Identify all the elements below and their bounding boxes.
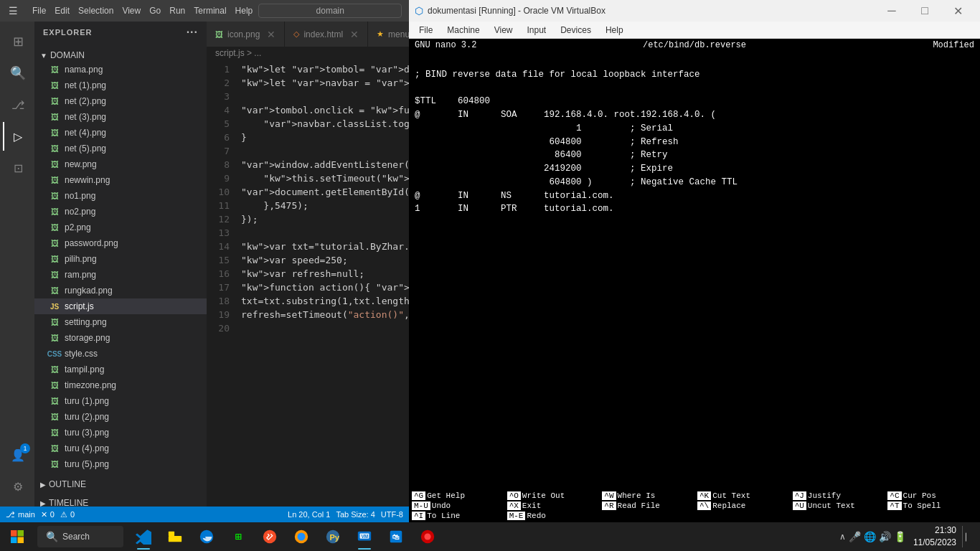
nano-shortcut-item[interactable]: ^\Replace bbox=[694, 501, 790, 511]
vscode-menu-file[interactable]: File bbox=[32, 6, 46, 16]
status-git[interactable]: ⎇ main bbox=[6, 510, 35, 519]
sidebar-file-item[interactable]: 🖼turu (5).png bbox=[34, 456, 207, 472]
vbox-minimize-btn[interactable]: ─ bbox=[875, 0, 908, 22]
sidebar-file-item[interactable]: 🖼timezone.png bbox=[34, 377, 207, 393]
sidebar-file-item[interactable]: 🖼nama.png bbox=[34, 62, 207, 77]
tab-menu[interactable]: ★ menu... ✕ bbox=[368, 22, 409, 47]
tab-index-html[interactable]: ◇ index.html ✕ bbox=[285, 22, 368, 47]
sidebar-file-item[interactable]: CSSstyle.css bbox=[34, 346, 207, 362]
activity-explorer[interactable]: ⊞ bbox=[3, 27, 32, 56]
status-position[interactable]: Ln 20, Col 1 bbox=[288, 510, 330, 519]
vscode-title-search[interactable]: domain bbox=[258, 4, 402, 18]
system-clock[interactable]: 21:30 11/05/2023 bbox=[913, 524, 956, 549]
tab-close-icon-html[interactable]: ✕ bbox=[350, 29, 359, 40]
activity-search[interactable]: 🔍 bbox=[3, 59, 32, 88]
sidebar-file-item[interactable]: 🖼newwin.png bbox=[34, 172, 207, 188]
vscode-menu-run[interactable]: Run bbox=[169, 6, 185, 16]
sidebar-file-item[interactable]: 🖼password.png bbox=[34, 235, 207, 251]
sidebar-file-item[interactable]: 🖼net (4).png bbox=[34, 125, 207, 141]
volume-icon[interactable]: 🔊 bbox=[879, 531, 891, 542]
vscode-menu-view[interactable]: View bbox=[122, 6, 141, 16]
activity-accounts[interactable]: 👤 1 bbox=[3, 441, 32, 469]
sidebar-more-btn[interactable]: ··· bbox=[187, 26, 198, 39]
vbox-menu-view[interactable]: View bbox=[487, 22, 520, 39]
taskbar-app-vbox[interactable]: VM bbox=[350, 522, 379, 551]
status-errors[interactable]: ✕ 0 ⚠ 0 bbox=[41, 510, 75, 519]
taskbar-app-vscode[interactable] bbox=[129, 522, 158, 551]
activity-git[interactable]: ⎇ bbox=[3, 90, 32, 119]
nano-shortcut-item[interactable]: M-UUndo bbox=[409, 501, 504, 511]
vbox-menu-devices[interactable]: Devices bbox=[553, 22, 598, 39]
chevron-up-icon[interactable]: ∧ bbox=[839, 532, 846, 542]
nano-shortcut-item[interactable]: ^CCur Pos bbox=[885, 491, 980, 501]
nano-shortcut-item[interactable]: ^ITo Line bbox=[409, 511, 504, 521]
vbox-menu-file[interactable]: File bbox=[412, 22, 440, 39]
sidebar-file-item[interactable]: 🖼no1.png bbox=[34, 188, 207, 204]
nano-shortcut-item[interactable]: ^RRead File bbox=[599, 501, 694, 511]
show-desktop-btn[interactable]: ▏ bbox=[962, 526, 974, 547]
taskbar-app-git[interactable] bbox=[255, 522, 284, 551]
nano-shortcut-item[interactable]: ^TTo Spell bbox=[885, 501, 980, 511]
code-editor[interactable]: 1234567891011121314151617181920 "kw">let… bbox=[207, 60, 409, 507]
vbox-close-btn[interactable]: ✕ bbox=[941, 0, 974, 22]
network-icon[interactable]: 🌐 bbox=[864, 531, 876, 542]
sidebar-file-item[interactable]: 🖼turu (2).png bbox=[34, 409, 207, 425]
sidebar-file-item[interactable]: 🖼p2.png bbox=[34, 220, 207, 235]
sidebar-file-item[interactable]: 🖼new.png bbox=[34, 156, 207, 172]
taskbar-app-edge[interactable] bbox=[192, 522, 221, 551]
sidebar-file-item[interactable]: 🖼ram.png bbox=[34, 267, 207, 283]
sidebar-file-item[interactable]: 🖼net (1).png bbox=[34, 77, 207, 93]
sidebar-file-item[interactable]: 🖼storage.png bbox=[34, 330, 207, 346]
vscode-menu-help[interactable]: Help bbox=[235, 6, 253, 16]
nano-shortcut-item[interactable]: ^KCut Text bbox=[694, 491, 790, 501]
taskbar-app-explorer[interactable] bbox=[161, 522, 189, 551]
vbox-menu-input[interactable]: Input bbox=[520, 22, 554, 39]
mic-icon[interactable]: 🎤 bbox=[849, 531, 861, 542]
sidebar-file-item[interactable]: 🖼turu (4).png bbox=[34, 441, 207, 456]
taskbar-app-red[interactable] bbox=[413, 522, 442, 551]
vscode-menu-terminal[interactable]: Terminal bbox=[194, 6, 226, 16]
taskbar-app-store[interactable]: 🛍 bbox=[382, 522, 410, 551]
vscode-menu-edit[interactable]: Edit bbox=[55, 6, 70, 16]
vbox-menu-help[interactable]: Help bbox=[598, 22, 631, 39]
sidebar-file-item[interactable]: 🖼turu (3).png bbox=[34, 425, 207, 441]
vscode-menu-icon[interactable]: ☰ bbox=[6, 5, 21, 17]
activity-settings[interactable]: ⚙ bbox=[3, 472, 32, 501]
taskbar-app-firefox[interactable] bbox=[287, 522, 316, 551]
sidebar-file-item[interactable]: 🖼net (2).png bbox=[34, 93, 207, 109]
activity-extensions[interactable]: ⊡ bbox=[3, 154, 32, 182]
vbox-maximize-btn[interactable]: □ bbox=[908, 0, 941, 22]
sidebar-file-item[interactable]: 🖼turu (1).png bbox=[34, 393, 207, 409]
nano-shortcut-item[interactable]: ^JJustify bbox=[790, 491, 885, 501]
nano-shortcut-item[interactable]: ^UUncut Text bbox=[790, 501, 885, 511]
taskbar-app-terminal[interactable]: ⊞ bbox=[224, 522, 253, 551]
vbox-menu-machine[interactable]: Machine bbox=[440, 22, 486, 39]
taskbar-app-python[interactable]: Py bbox=[319, 522, 347, 551]
nano-shortcut-item[interactable]: ^GGet Help bbox=[409, 491, 504, 501]
outline-section-header[interactable]: ▶ OUTLINE bbox=[34, 478, 207, 491]
tab-close-icon-png[interactable]: ✕ bbox=[267, 29, 275, 40]
nano-shortcut-item[interactable]: M-ERedo bbox=[504, 511, 600, 521]
nano-shortcut-item[interactable]: ^WWhere Is bbox=[599, 491, 694, 501]
nano-shortcut-item[interactable]: ^XExit bbox=[504, 501, 600, 511]
sidebar-file-item[interactable]: JSscript.js bbox=[34, 298, 207, 314]
sidebar-file-item[interactable]: 🖼net (3).png bbox=[34, 109, 207, 125]
start-button[interactable] bbox=[0, 522, 34, 551]
taskbar-search[interactable]: 🔍 Search bbox=[37, 526, 123, 547]
status-tab-size[interactable]: Tab Size: 4 bbox=[336, 510, 374, 519]
vbox-vm-screen[interactable]: GNU nano 3.2 /etc/bind/db.reverse Modifi… bbox=[409, 39, 980, 522]
sidebar-file-item[interactable]: 🖼pilih.png bbox=[34, 251, 207, 267]
activity-run[interactable]: ▷ bbox=[3, 122, 32, 151]
timeline-section-header[interactable]: ▶ TIMELINE bbox=[34, 496, 207, 507]
sidebar-file-item[interactable]: 🖼tampil.png bbox=[34, 362, 207, 377]
sidebar-file-item[interactable]: 🖼rungkad.png bbox=[34, 283, 207, 298]
status-encoding[interactable]: UTF-8 bbox=[381, 510, 403, 519]
sidebar-file-item[interactable]: 🖼no2.png bbox=[34, 204, 207, 220]
vscode-menu-selection[interactable]: Selection bbox=[78, 6, 113, 16]
sidebar-file-item[interactable]: 🖼setting.png bbox=[34, 314, 207, 330]
nano-shortcut-item[interactable]: ^OWrite Out bbox=[504, 491, 600, 501]
domain-section-header[interactable]: ▼ DOMAIN bbox=[34, 49, 207, 62]
vscode-menu-go[interactable]: Go bbox=[149, 6, 161, 16]
sidebar-file-item[interactable]: 🖼net (5).png bbox=[34, 141, 207, 156]
tab-icon-png[interactable]: 🖼 icon.png ✕ bbox=[207, 22, 285, 47]
